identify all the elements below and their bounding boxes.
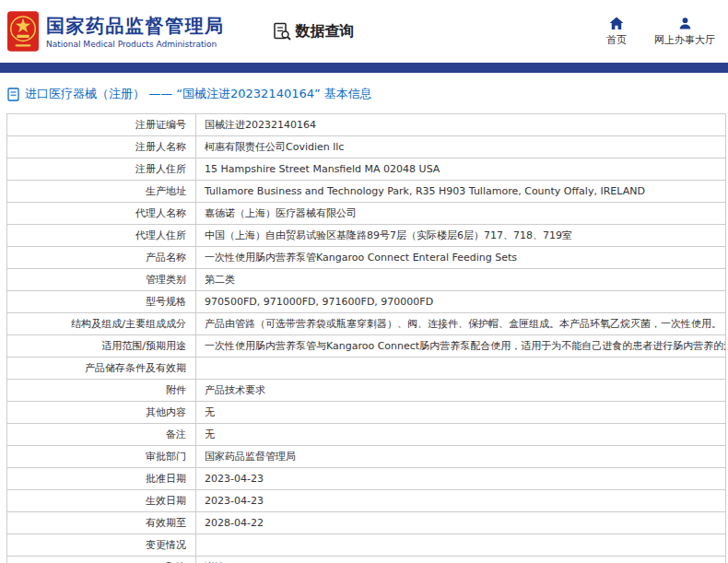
nav-service-hall-label: 网上办事大厅	[654, 33, 715, 47]
row-label: 注册人住所	[7, 158, 196, 181]
row-label: 其他内容	[7, 402, 196, 424]
row-value	[196, 534, 726, 557]
row-label: 审批部门	[7, 446, 196, 468]
table-row: 备注无	[7, 424, 726, 446]
row-value: 嘉德诺（上海）医疗器械有限公司	[196, 203, 726, 225]
table-row: 产品储存条件及有效期	[7, 358, 726, 380]
row-label: 变更情况	[7, 534, 196, 557]
nav-home[interactable]: 首页	[606, 17, 627, 47]
table-row: 变更情况	[7, 534, 726, 557]
row-value: 产品技术要求	[196, 380, 726, 402]
table-row: 有效期至2028-04-22	[7, 512, 726, 534]
table-row: 产品名称一次性使用肠内营养泵管Kangaroo Connect Enteral …	[7, 247, 726, 269]
row-value: 国家药品监督管理局	[196, 446, 726, 468]
table-row: 生效日期2023-04-23	[7, 490, 726, 512]
nav-home-label: 首页	[606, 33, 627, 47]
row-label: 代理人住所	[7, 225, 196, 247]
row-label: 结构及组成/主要组成成分	[7, 313, 196, 335]
breadcrumb: 进口医疗器械（注册） —— “国械注进20232140164” 基本信息	[0, 73, 728, 112]
row-value: 2023-04-23	[196, 490, 726, 512]
info-table: 注册证编号国械注进20232140164注册人名称柯惠有限责任公司Covidie…	[6, 113, 726, 563]
table-row: 注册人名称柯惠有限责任公司Covidien llc	[7, 136, 726, 158]
table-row: 适用范围/预期用途一次性使用肠内营养泵管与Kangaroo Connect肠内营…	[7, 335, 726, 358]
data-query-icon	[273, 22, 291, 41]
table-row: 批准日期2023-04-23	[7, 468, 726, 490]
header-divider-bar	[0, 63, 728, 73]
row-value: 无	[196, 424, 726, 446]
table-row: 生产地址Tullamore Business and Technology Pa…	[7, 181, 726, 203]
table-row: 注册人住所15 Hampshire Street Mansfield MA 02…	[7, 158, 726, 181]
row-value: 2028-04-22	[196, 512, 726, 534]
site-titles: 国家药品监督管理局 National Medical Products Admi…	[46, 15, 225, 49]
row-label: 生产地址	[7, 181, 196, 203]
row-value: 产品由管路（可选带营养袋或瓶塞穿刺器）、阀、连接件、保护帽、盒匣组成。本产品环氧…	[196, 313, 726, 335]
header: 国家药品监督管理局 National Medical Products Admi…	[0, 0, 728, 63]
table-row: 审批部门国家药品监督管理局	[7, 446, 726, 468]
table-row: 型号规格970500FD, 971000FD, 971600FD, 970000…	[7, 291, 726, 313]
person-icon	[678, 17, 692, 30]
header-nav: 首页 网上办事大厅	[606, 17, 719, 47]
row-value: 第二类	[196, 269, 726, 291]
table-row: 代理人名称嘉德诺（上海）医疗器械有限公司	[7, 203, 726, 225]
row-label: 生效日期	[7, 490, 196, 512]
row-value: 无	[196, 402, 726, 424]
row-label: 型号规格	[7, 291, 196, 313]
row-value: 中国（上海）自由贸易试验区基隆路89号7层（实际楼层6层）717、718、719…	[196, 225, 726, 247]
nav-data-query[interactable]: 数据查询	[273, 22, 355, 41]
row-label: 备注	[7, 424, 196, 446]
table-row: 注册证编号国械注进20232140164	[7, 114, 726, 136]
row-value: 2023-04-23	[196, 468, 726, 490]
document-icon	[7, 88, 19, 101]
row-label: 管理类别	[7, 269, 196, 291]
row-value: 一次性使用肠内营养泵管Kangaroo Connect Enteral Feed…	[196, 247, 726, 269]
table-row: 结构及组成/主要组成成分产品由管路（可选带营养袋或瓶塞穿刺器）、阀、连接件、保护…	[7, 313, 726, 335]
row-value: 国械注进20232140164	[196, 114, 726, 136]
row-value: 970500FD, 971000FD, 971600FD, 970000FD	[196, 291, 726, 313]
table-row: 其他内容无	[7, 402, 726, 424]
table-row: 注详情	[7, 557, 726, 563]
row-label: 代理人名称	[7, 203, 196, 225]
data-query-label: 数据查询	[296, 22, 355, 41]
row-label: 产品储存条件及有效期	[7, 358, 196, 380]
table-row: 代理人住所中国（上海）自由贸易试验区基隆路89号7层（实际楼层6层）717、71…	[7, 225, 726, 247]
site-title: 国家药品监督管理局	[46, 15, 225, 37]
home-icon	[609, 17, 624, 30]
row-value: 一次性使用肠内营养泵管与Kangaroo Connect肠内营养泵配合使用，适用…	[196, 335, 726, 358]
nav-service-hall[interactable]: 网上办事大厅	[654, 17, 715, 47]
row-label: 注册人名称	[7, 136, 196, 158]
info-table-body: 注册证编号国械注进20232140164注册人名称柯惠有限责任公司Covidie…	[7, 114, 726, 563]
row-value	[196, 358, 726, 380]
national-emblem-logo	[7, 10, 39, 53]
breadcrumb-text: 进口医疗器械（注册） —— “国械注进20232140164” 基本信息	[25, 86, 372, 102]
row-value: 柯惠有限责任公司Covidien llc	[196, 136, 726, 158]
site-subtitle: National Medical Products Administration	[46, 40, 225, 49]
nmpa-logo-area: 国家药品监督管理局 National Medical Products Admi…	[7, 10, 225, 53]
row-value: Tullamore Business and Technology Park, …	[196, 181, 726, 203]
row-label: 注册证编号	[7, 114, 196, 136]
row-label: 适用范围/预期用途	[7, 335, 196, 358]
table-row: 附件产品技术要求	[7, 380, 726, 402]
row-value: 15 Hampshire Street Mansfield MA 02048 U…	[196, 158, 726, 181]
row-label: 有效期至	[7, 512, 196, 534]
row-label: 附件	[7, 380, 196, 402]
row-label: 产品名称	[7, 247, 196, 269]
table-row: 管理类别第二类	[7, 269, 726, 291]
row-label: 注	[7, 557, 196, 563]
row-value: 详情	[196, 557, 726, 563]
row-label: 批准日期	[7, 468, 196, 490]
